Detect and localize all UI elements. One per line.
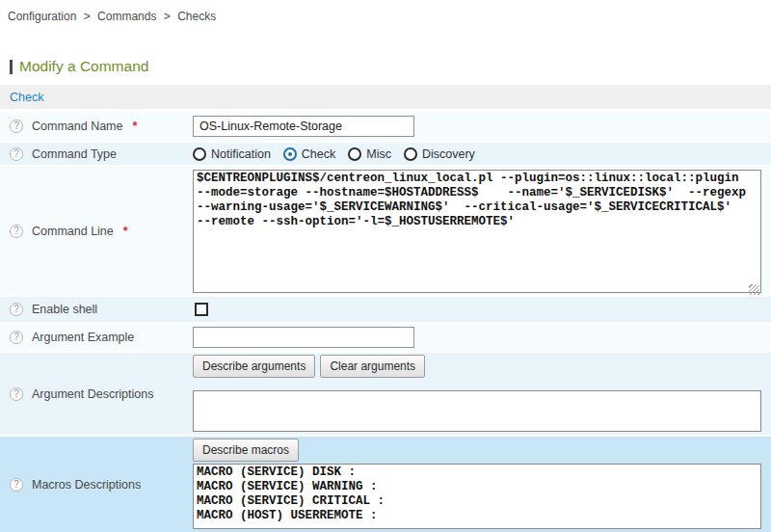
form-row-command-line: ? Command Line * $CENTREONPLUGINS$/centr…: [0, 167, 771, 297]
enable-shell-label: Enable shell: [32, 303, 97, 316]
tab-bar: Check: [0, 85, 771, 109]
form-row-argument-example: ? Argument Example: [0, 324, 771, 353]
radio-icon: [193, 147, 206, 161]
argument-descriptions-textarea[interactable]: [193, 390, 761, 432]
help-icon[interactable]: ?: [10, 331, 23, 344]
radio-icon: [348, 147, 361, 161]
help-icon[interactable]: ?: [10, 478, 23, 492]
command-type-label: Command Type: [32, 147, 117, 161]
macros-descriptions-label: Macros Descriptions: [32, 478, 141, 492]
radio-icon: [283, 147, 297, 161]
breadcrumb-item-configuration[interactable]: Configuration: [8, 10, 76, 23]
clear-arguments-button[interactable]: Clear arguments: [320, 355, 425, 378]
radio-icon: [404, 147, 417, 161]
breadcrumb-item-commands[interactable]: Commands: [97, 10, 156, 23]
form-row-argument-descriptions: ? Argument Descriptions Describe argumen…: [0, 353, 771, 437]
argument-descriptions-label: Argument Descriptions: [32, 387, 153, 401]
argument-example-label: Argument Example: [32, 331, 134, 344]
breadcrumb-separator: >: [84, 10, 91, 23]
required-asterisk: *: [123, 225, 128, 238]
tab-check[interactable]: Check: [10, 91, 43, 104]
enable-shell-checkbox[interactable]: [195, 303, 208, 316]
form-row-enable-shell: ? Enable shell: [0, 297, 771, 324]
resize-grip-icon[interactable]: [749, 284, 759, 295]
command-name-input[interactable]: [193, 116, 414, 137]
help-icon[interactable]: ?: [10, 147, 23, 161]
help-icon[interactable]: ?: [10, 225, 23, 238]
macros-descriptions-textarea[interactable]: MACRO (SERVICE) DISK : MACRO (SERVICE) W…: [193, 464, 761, 529]
radio-notification[interactable]: Notification: [193, 147, 271, 161]
breadcrumb-item-checks[interactable]: Checks: [177, 10, 216, 23]
page-title: Modify a Command: [10, 58, 771, 75]
form-row-command-type: ? Command Type Notification Check Misc: [0, 143, 771, 167]
command-type-radio-group: Notification Check Misc Discovery: [193, 147, 475, 161]
command-line-textarea[interactable]: $CENTREONPLUGINS$/centreon_linux_local.p…: [193, 170, 761, 293]
radio-discovery[interactable]: Discovery: [404, 147, 475, 161]
help-icon[interactable]: ?: [10, 387, 23, 401]
breadcrumb: Configuration > Commands > Checks: [0, 0, 771, 23]
argument-example-input[interactable]: [193, 327, 414, 348]
command-form: ? Command Name * ? Command Type Notifica…: [0, 112, 771, 532]
required-asterisk: *: [132, 120, 137, 133]
radio-misc[interactable]: Misc: [348, 147, 391, 161]
title-bar-decoration: [10, 60, 13, 74]
breadcrumb-separator: >: [164, 10, 171, 23]
radio-check[interactable]: Check: [283, 147, 335, 161]
form-row-command-name: ? Command Name *: [0, 112, 771, 143]
describe-arguments-button[interactable]: Describe arguments: [193, 355, 315, 378]
command-name-label: Command Name: [32, 120, 122, 133]
help-icon[interactable]: ?: [10, 120, 23, 133]
describe-macros-button[interactable]: Describe macros: [193, 439, 299, 462]
form-row-macros-descriptions: ? Macros Descriptions Describe macros MA…: [0, 437, 771, 532]
help-icon[interactable]: ?: [10, 303, 23, 316]
command-line-label: Command Line: [32, 225, 114, 238]
page-title-text: Modify a Command: [19, 58, 148, 75]
